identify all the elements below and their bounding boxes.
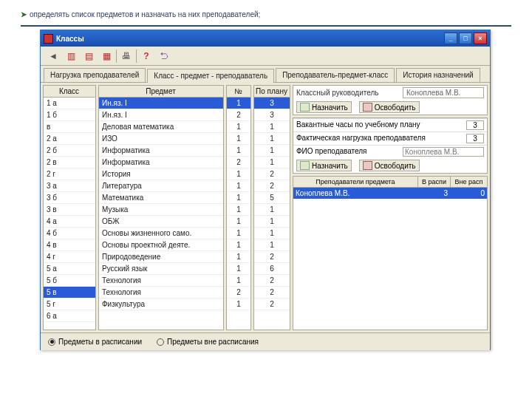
class-row[interactable]: 2 г <box>44 168 95 180</box>
teacher-row[interactable]: Коноплева М.В.30 <box>293 188 487 199</box>
subject-plan: 3 <box>254 98 290 109</box>
radio-in-schedule[interactable]: Предметы в расписании <box>48 338 142 346</box>
subject-row[interactable]: Технология <box>99 275 223 287</box>
subject-num: 1 <box>227 98 250 109</box>
subject-row[interactable]: Технология <box>99 287 223 299</box>
release-icon <box>363 161 372 170</box>
class-row[interactable]: 2 б <box>44 145 95 157</box>
doc2-icon[interactable]: ▤ <box>81 48 97 64</box>
class-row[interactable]: 2 а <box>44 133 95 145</box>
class-row[interactable]: 2 в <box>44 157 95 168</box>
class-row[interactable]: 6 а <box>44 310 95 322</box>
subject-plan: 1 <box>254 204 290 216</box>
subject-num: 1 <box>227 192 250 204</box>
subject-num: 2 <box>227 109 250 121</box>
subject-row[interactable]: Математика <box>99 192 223 204</box>
teachers-col-out: Вне расп <box>450 177 487 187</box>
subject-plan: 1 <box>254 133 290 145</box>
right-panel: Классный руководитель Коноплева М.В. Наз… <box>293 85 488 330</box>
subject-plan: 2 <box>254 180 290 192</box>
print-icon[interactable]: 🖶 <box>118 48 134 64</box>
maximize-button[interactable]: □ <box>459 33 472 44</box>
exit-icon[interactable]: ⮌ <box>156 48 172 64</box>
vacant-hours-label: Вакантные часы по учебному плану <box>296 120 420 130</box>
subject-num: 1 <box>227 204 250 216</box>
doc-icon[interactable]: ▥ <box>63 48 79 64</box>
subject-row[interactable]: ОБЖ <box>99 216 223 228</box>
subject-row[interactable]: Литература <box>99 180 223 192</box>
subject-plan: 2 <box>254 251 290 263</box>
class-row[interactable]: 5 в <box>44 287 95 299</box>
class-row[interactable]: 1 а <box>44 98 95 109</box>
class-row[interactable]: 5 г <box>44 299 95 310</box>
subject-row[interactable]: Русский язык <box>99 263 223 275</box>
help-icon[interactable]: ? <box>138 48 154 64</box>
subject-num: 1 <box>227 216 250 228</box>
tab-3[interactable]: История назначений <box>396 68 480 82</box>
plan-column: По плану 331111225111126222 <box>253 85 290 330</box>
class-row[interactable]: 1 б <box>44 109 95 121</box>
subject-row[interactable]: Ин.яз. I <box>99 98 223 109</box>
subject-row[interactable]: Физкультура <box>99 299 223 310</box>
back-icon[interactable]: ◄ <box>45 48 61 64</box>
assign-class-teacher-button[interactable]: Назначить <box>296 101 352 113</box>
subject-row[interactable]: Основы жизненного само. <box>99 228 223 239</box>
vacant-hours-value: 3 <box>466 120 484 130</box>
subject-plan: 5 <box>254 192 290 204</box>
close-button[interactable]: × <box>474 33 487 44</box>
num-column: № 121112111111111121 <box>226 85 251 330</box>
file-icon <box>300 103 310 112</box>
subject-num: 1 <box>227 239 250 251</box>
subject-row[interactable]: История <box>99 168 223 180</box>
minimize-button[interactable]: _ <box>444 33 457 44</box>
subject-teacher-panel: Вакантные часы по учебному плану3 Фактич… <box>293 117 488 174</box>
class-row[interactable]: 4 а <box>44 216 95 228</box>
class-row[interactable]: 3 в <box>44 204 95 216</box>
class-row[interactable]: в <box>44 121 95 133</box>
subject-plan: 3 <box>254 109 290 121</box>
subject-row[interactable]: Информатика <box>99 145 223 157</box>
release-class-teacher-button[interactable]: Освободить <box>359 101 420 113</box>
class-row[interactable]: 4 в <box>44 239 95 251</box>
release-teacher-button[interactable]: Освободить <box>359 160 420 171</box>
class-row[interactable]: 4 б <box>44 228 95 239</box>
content-area: Класс 1 а1 бв2 а2 б2 в2 г3 а3 б3 в4 а4 б… <box>41 83 490 332</box>
subject-plan: 1 <box>254 228 290 239</box>
class-row[interactable]: 4 г <box>44 251 95 263</box>
class-row[interactable]: 3 б <box>44 192 95 204</box>
subject-plan: 1 <box>254 145 290 157</box>
class-teacher-label: Классный руководитель <box>296 89 400 97</box>
doc3-icon[interactable]: ▦ <box>98 48 115 64</box>
assign-teacher-button[interactable]: Назначить <box>296 160 352 171</box>
subject-num: 1 <box>227 299 250 310</box>
subject-row[interactable]: Природоведение <box>99 251 223 263</box>
subject-row[interactable]: Основы проектной деяте. <box>99 239 223 251</box>
heading-text: определять список предметов и назначать … <box>30 10 260 18</box>
class-row[interactable]: 5 а <box>44 263 95 275</box>
class-row[interactable]: 3 а <box>44 180 95 192</box>
tab-1[interactable]: Класс - предмет - преподаватель <box>147 69 274 83</box>
plan-header: По плану <box>254 86 290 98</box>
teachers-col-name: Преподаватели предмета <box>293 177 417 187</box>
tab-0[interactable]: Нагрузка преподавателей <box>44 68 146 82</box>
subject-row[interactable]: Ин.яз. I <box>99 109 223 121</box>
subject-num: 2 <box>227 287 250 299</box>
subject-row[interactable]: Деловая математика <box>99 121 223 133</box>
subject-row[interactable]: Информатика <box>99 157 223 168</box>
tab-2[interactable]: Преподаватель-предмет-класс <box>276 68 395 82</box>
toolbar: ◄ ▥ ▤ ▦ 🖶 ? ⮌ <box>41 47 490 66</box>
subject-row[interactable]: ИЗО <box>99 133 223 145</box>
class-teacher-panel: Классный руководитель Коноплева М.В. Наз… <box>293 85 488 115</box>
tabs-row: Нагрузка преподавателейКласс - предмет -… <box>41 66 490 83</box>
subject-plan: 1 <box>254 121 290 133</box>
teachers-table: Преподаватели предмета В распи Вне расп … <box>293 176 488 330</box>
radio-out-schedule[interactable]: Предметы вне расписания <box>157 338 259 346</box>
bullet-check-icon: ➤ <box>21 10 27 18</box>
actual-load-label: Фактическая нагрузка преподавателя <box>296 134 426 143</box>
subject-plan: 2 <box>254 287 290 299</box>
slide-heading: ➤определять список предметов и назначать… <box>0 0 532 22</box>
subject-row[interactable]: Музыка <box>99 204 223 216</box>
class-row[interactable]: 5 б <box>44 275 95 287</box>
bottom-bar: Предметы в расписании Предметы вне распи… <box>41 332 490 350</box>
subject-num: 1 <box>227 133 250 145</box>
